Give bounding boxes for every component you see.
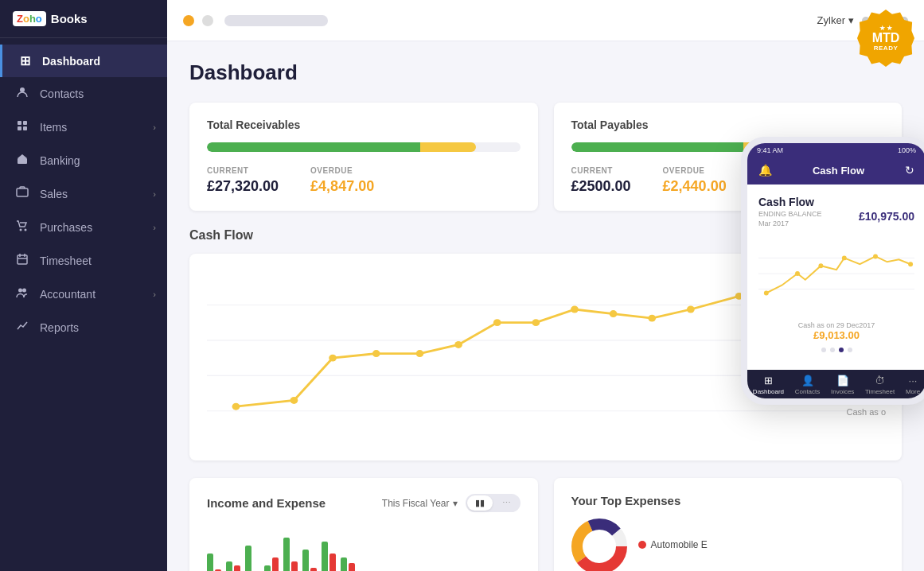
sidebar-item-accountant[interactable]: Accountant ›: [0, 278, 167, 311]
svg-point-18: [329, 355, 337, 362]
svg-rect-1: [18, 121, 21, 125]
svg-point-38: [795, 271, 800, 276]
accountant-arrow: ›: [153, 289, 156, 299]
mobile-ending-period: Mar 2017: [758, 219, 822, 227]
user-menu[interactable]: Zylker ▾: [817, 14, 854, 26]
mobile-ending-label: ENDING BALANCE: [758, 210, 822, 218]
bar-group-7: [322, 542, 336, 571]
bar-green-4: [264, 565, 271, 571]
svg-point-19: [372, 350, 380, 357]
sidebar-item-purchases[interactable]: Purchases ›: [0, 211, 167, 244]
donut-area: Automobile E: [571, 519, 885, 571]
mobile-nav-timesheet-label: Timesheet: [865, 388, 895, 395]
mobile-nav-invoices[interactable]: 📄 Invoices: [831, 375, 854, 395]
svg-rect-2: [23, 121, 27, 125]
dashboard-area: ★ ★ MTD READY Dashboard Total Receivable…: [167, 41, 924, 571]
sidebar-item-sales[interactable]: Sales ›: [0, 177, 167, 211]
sidebar-label-banking: Banking: [40, 154, 153, 167]
sidebar-item-reports[interactable]: Reports: [0, 311, 167, 344]
chart-toggle[interactable]: ▮▮ ⋯: [466, 494, 520, 512]
income-expense-card: Income and Expense This Fiscal Year ▾ ▮▮…: [189, 478, 538, 571]
mobile-status-bar: 9:41 AM 100%: [747, 143, 924, 157]
svg-point-20: [416, 350, 424, 357]
mobile-battery: 100%: [898, 146, 916, 154]
sidebar-item-timesheet[interactable]: Timesheet: [0, 244, 167, 278]
bar-green-2: [226, 561, 232, 571]
legend-dot-1: [638, 541, 646, 549]
sidebar-nav: ⊞ Dashboard Contacts Items › Banking: [0, 38, 167, 571]
mobile-bell-icon: 🔔: [758, 164, 772, 177]
svg-rect-3: [18, 126, 21, 130]
mobile-cash-value: £9,013.00: [758, 329, 914, 341]
mobile-nav-contacts-label: Contacts: [795, 388, 821, 395]
sales-icon: [14, 186, 30, 202]
receivables-bar: [207, 142, 520, 152]
bar-group-8: [341, 557, 355, 571]
payables-overdue: OVERDUE £2,440.00: [663, 166, 727, 195]
svg-point-11: [22, 289, 26, 293]
legend-item-1: Automobile E: [638, 539, 708, 550]
items-icon: [14, 119, 30, 135]
zoho-logo: Zoho: [13, 11, 46, 26]
bar-group-6: [302, 550, 317, 571]
timesheet-icon: [14, 253, 30, 269]
sidebar-label-dashboard: Dashboard: [42, 55, 153, 68]
purchases-icon: [14, 219, 30, 235]
svg-rect-6: [17, 188, 28, 196]
topbar-search-bar[interactable]: [224, 15, 328, 26]
receivables-yellow: [420, 142, 477, 152]
sidebar-item-banking[interactable]: Banking: [0, 144, 167, 177]
reports-icon: [14, 320, 30, 336]
accountant-icon: [14, 286, 30, 302]
svg-point-8: [25, 229, 27, 231]
sidebar-label-sales: Sales: [40, 188, 153, 200]
mobile-nav-dashboard[interactable]: ⊞ Dashboard: [753, 375, 784, 395]
mobile-nav-timesheet[interactable]: ⏱ Timesheet: [865, 375, 895, 395]
svg-point-22: [493, 319, 501, 326]
bar-red-2: [234, 565, 240, 571]
mobile-chart: [758, 234, 914, 313]
mobile-body: Cash Flow ENDING BALANCE Mar 2017 £10,97…: [747, 185, 924, 370]
sidebar-item-items[interactable]: Items ›: [0, 111, 167, 144]
bar-green-6: [302, 550, 309, 571]
svg-point-39: [818, 263, 823, 268]
sidebar-label-timesheet: Timesheet: [40, 254, 153, 267]
sidebar-item-dashboard[interactable]: ⊞ Dashboard: [0, 45, 167, 77]
mobile-bottom-nav: ⊞ Dashboard 👤 Contacts 📄 Invoices ⏱ Time…: [747, 370, 924, 398]
receivables-stats: CURRENT £27,320.00 OVERDUE £4,847.00: [207, 166, 520, 195]
payables-current-value: £2500.00: [571, 178, 631, 195]
mobile-nav-more-icon: ···: [909, 375, 918, 386]
bar-red-4: [272, 557, 279, 571]
svg-point-40: [842, 255, 847, 260]
sidebar: Zoho Books ⊞ Dashboard Contacts Items ›: [0, 0, 167, 571]
mobile-nav-contacts[interactable]: 👤 Contacts: [795, 375, 821, 395]
sidebar-label-accountant: Accountant: [40, 288, 153, 301]
bar-green-7: [322, 542, 328, 571]
mobile-dots: [758, 348, 914, 352]
top-expenses-title: Your Top Expenses: [571, 494, 681, 507]
bar-group-3: [245, 546, 259, 571]
mobile-dot-3: [839, 348, 844, 352]
sidebar-item-contacts[interactable]: Contacts: [0, 77, 167, 111]
svg-point-27: [687, 306, 695, 313]
payables-overdue-value: £2,440.00: [663, 178, 727, 195]
toggle-line[interactable]: ⋯: [494, 495, 519, 511]
toggle-bar[interactable]: ▮▮: [467, 495, 493, 511]
mobile-nav-invoices-icon: 📄: [836, 375, 849, 386]
bar-group-5: [283, 538, 298, 571]
svg-point-42: [908, 262, 913, 266]
mobile-nav-more[interactable]: ··· More: [906, 375, 920, 395]
mobile-refresh-icon: ↻: [905, 164, 914, 177]
logo: Zoho Books: [0, 0, 167, 38]
sales-arrow: ›: [153, 189, 156, 199]
mobile-mockup: 9:41 AM 100% 🔔 Cash Flow ↻ Cash Flow END…: [741, 137, 924, 405]
income-expense-header: Income and Expense This Fiscal Year ▾ ▮▮…: [207, 494, 520, 512]
svg-point-24: [571, 306, 579, 313]
income-expense-title: Income and Expense: [207, 496, 326, 510]
mobile-nav-contacts-icon: 👤: [801, 375, 814, 386]
income-expense-filter[interactable]: This Fiscal Year ▾: [382, 498, 458, 509]
main-area: Zylker ▾ ★ ★ MTD READY Dashboard Total R…: [167, 0, 924, 571]
chart-label-bottom: Cash as o: [846, 407, 886, 417]
mobile-nav-invoices-label: Invoices: [831, 388, 854, 395]
top-expenses-header: Your Top Expenses: [571, 494, 885, 507]
